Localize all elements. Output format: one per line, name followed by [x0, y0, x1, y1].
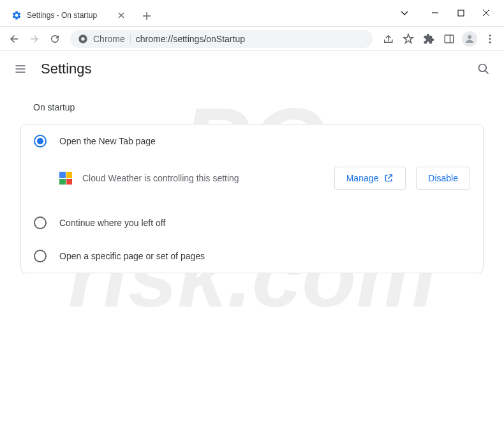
disable-button[interactable]: Disable — [416, 167, 470, 190]
extension-app-icon — [59, 172, 72, 185]
minimize-button[interactable] — [422, 3, 448, 22]
external-link-icon — [383, 173, 394, 183]
svg-rect-5 — [445, 35, 454, 43]
section-title: On startup — [20, 102, 484, 112]
chrome-icon — [78, 34, 88, 44]
close-window-button[interactable] — [473, 3, 499, 22]
window-titlebar: Settings - On startup — [0, 0, 504, 27]
window-controls — [392, 0, 504, 26]
radio-unselected — [34, 250, 47, 262]
svg-point-9 — [489, 38, 491, 40]
new-tab-button[interactable] — [138, 7, 156, 25]
option-specific-pages[interactable]: Open a specific page or set of pages — [21, 239, 483, 273]
manage-button-label: Manage — [346, 173, 379, 183]
address-bar: Chrome chrome://settings/onStartup — [0, 27, 504, 51]
extension-notice-text: Cloud Weather is controlling this settin… — [82, 173, 324, 183]
extensions-icon[interactable] — [420, 30, 438, 48]
search-icon[interactable] — [476, 61, 491, 77]
svg-point-4 — [81, 37, 84, 40]
back-button[interactable] — [5, 30, 23, 48]
divider — [130, 34, 131, 44]
maximize-button[interactable] — [448, 3, 473, 22]
tab-strip: Settings - On startup — [0, 4, 392, 26]
omnibox-scheme: Chrome — [93, 34, 125, 44]
gear-icon — [11, 10, 22, 20]
settings-header: Settings — [0, 51, 504, 87]
forward-button[interactable] — [26, 30, 43, 48]
svg-point-11 — [479, 64, 487, 72]
profile-avatar[interactable] — [461, 30, 478, 48]
share-icon[interactable] — [379, 30, 397, 48]
manage-button[interactable]: Manage — [334, 167, 406, 190]
kebab-menu-icon[interactable] — [481, 30, 499, 48]
svg-rect-2 — [458, 10, 464, 16]
extension-notice-row: Cloud Weather is controlling this settin… — [21, 158, 483, 202]
svg-point-10 — [489, 41, 491, 43]
startup-options-card: Open the New Tab page Cloud Weather is c… — [20, 124, 484, 273]
radio-unselected — [34, 216, 47, 229]
chevron-down-icon[interactable] — [392, 3, 417, 22]
tab-title: Settings - On startup — [27, 11, 111, 20]
page-title: Settings — [41, 61, 92, 77]
hamburger-menu-icon[interactable] — [13, 61, 28, 77]
radio-label: Open the New Tab page — [59, 136, 156, 146]
option-continue[interactable]: Continue where you left off — [21, 206, 483, 239]
close-icon[interactable] — [116, 10, 126, 20]
radio-label: Continue where you left off — [59, 218, 165, 228]
bookmark-icon[interactable] — [399, 30, 417, 48]
disable-button-label: Disable — [428, 173, 458, 183]
settings-content: On startup Open the New Tab page Cloud W… — [0, 87, 504, 289]
option-new-tab-page[interactable]: Open the New Tab page — [21, 125, 483, 158]
radio-selected — [34, 135, 47, 147]
omnibox-url: chrome://settings/onStartup — [136, 34, 245, 44]
radio-label: Open a specific page or set of pages — [59, 251, 205, 261]
browser-tab[interactable]: Settings - On startup — [5, 4, 133, 26]
omnibox[interactable]: Chrome chrome://settings/onStartup — [70, 30, 373, 48]
reload-button[interactable] — [46, 30, 64, 48]
side-panel-icon[interactable] — [440, 30, 458, 48]
svg-point-7 — [468, 35, 471, 39]
svg-point-8 — [489, 34, 491, 36]
